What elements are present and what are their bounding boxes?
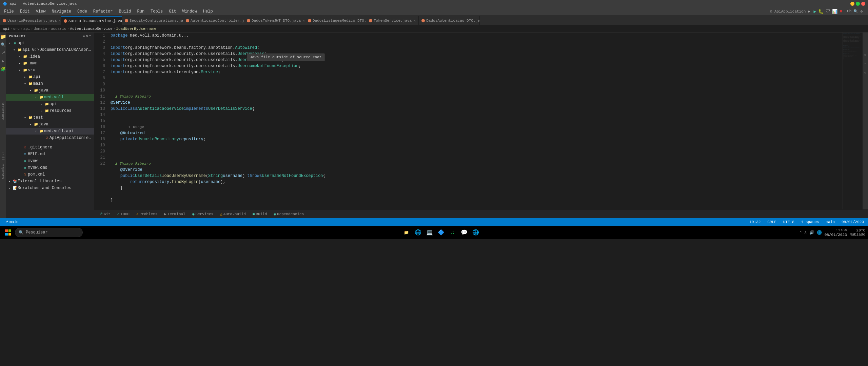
menu-window[interactable]: Window [180, 8, 200, 15]
bc-domain[interactable]: domain [34, 27, 47, 31]
taskbar-intellij[interactable]: 🔷 [436, 228, 446, 237]
bc-api2[interactable]: api [23, 27, 30, 31]
tab-2[interactable]: SecuityConfigurations.java ✕ [122, 16, 183, 25]
status-encoding[interactable]: UTF-8 [782, 218, 796, 226]
menu-run[interactable]: Run [134, 8, 147, 15]
taskbar-discord[interactable]: 💬 [459, 228, 469, 237]
right-icon-1[interactable]: ⊞ [864, 53, 866, 57]
activity-git[interactable]: ⎇ [0, 50, 6, 56]
menu-edit[interactable]: Edit [17, 8, 33, 15]
status-indent[interactable]: 4 spaces [800, 218, 821, 226]
tree-main[interactable]: ▾ 📁 main [6, 80, 94, 87]
tab-4[interactable]: DadosTokenJWT_DTO.java ✕ [244, 16, 305, 25]
bc-service[interactable]: AutenticacaoService [70, 27, 112, 31]
taskbar-vscode[interactable]: 💻 [425, 228, 434, 237]
profile-icon[interactable]: 📊 [832, 9, 837, 14]
start-button[interactable] [3, 227, 14, 238]
bottom-tab-problems[interactable]: ⚠ Problems [134, 211, 160, 217]
status-language[interactable]: main [825, 218, 836, 226]
activity-project[interactable]: 📁 [0, 34, 6, 39]
tree-test[interactable]: ▾ 📁 test [6, 114, 94, 121]
search-box[interactable]: 🔍 Pesquisar [15, 228, 83, 237]
menu-code[interactable]: Code [75, 8, 90, 15]
tree-java[interactable]: ▾ 📁 java [6, 87, 94, 94]
tab-0[interactable]: UsuarioRepository.java ✕ [0, 16, 61, 25]
tree-idea[interactable]: ▸ 📁 .idea [6, 53, 94, 60]
menu-tools[interactable]: Tools [148, 8, 165, 15]
tab-close-0[interactable]: ✕ [59, 19, 61, 23]
activity-run[interactable]: ▶ [0, 58, 6, 64]
taskbar-explorer[interactable]: 📁 [402, 228, 411, 237]
tree-api-project[interactable]: ▾ 📁 api G:\Documentos\ALURA\spring\api [6, 46, 94, 53]
tree-medvoll[interactable]: ▾ 📁 med.voll [6, 94, 94, 101]
status-branch[interactable]: ⎇ main [3, 218, 20, 226]
sidebar-icon1[interactable]: ≡ [83, 34, 85, 38]
tab-3[interactable]: AutenticacaoController.java ✕ [183, 16, 244, 25]
bc-method[interactable]: loadUserByUsername [116, 27, 156, 31]
bottom-tab-build[interactable]: ◼ Build [250, 211, 270, 217]
tree-resources[interactable]: ▸ 📁 resources [6, 107, 94, 114]
tab-7[interactable]: DadosAutenticacao_DTO.java ✕ [419, 16, 480, 25]
menu-view[interactable]: View [33, 8, 48, 15]
minimize-button[interactable] [850, 2, 854, 6]
taskbar-chrome[interactable]: 🌐 [471, 228, 480, 237]
search-icon-right[interactable]: 🔍 [853, 9, 858, 14]
tree-mvnw[interactable]: ◉ mvnw [6, 158, 94, 164]
close-button[interactable] [861, 2, 865, 6]
stop-icon[interactable]: ■ [840, 9, 842, 14]
tree-src-api[interactable]: ▸ 📁 api [6, 74, 94, 80]
activity-extensions[interactable]: 🧩 [0, 66, 6, 72]
tree-scratches[interactable]: ▸ 📝 Scratches and Consoles [6, 185, 94, 191]
tree-gitignore[interactable]: ⊙ .gitignore [6, 144, 94, 151]
right-icon-2[interactable]: ≡ [864, 62, 866, 65]
tree-medvoll-api-test[interactable]: ▾ 📁 med.voll.api [6, 128, 94, 135]
tree-src[interactable]: ▾ 📁 src [6, 67, 94, 74]
bottom-tab-services[interactable]: ◉ Services [190, 211, 216, 217]
status-time[interactable]: 19:32 [748, 218, 762, 226]
run-config[interactable]: ⚙ ApiApplication ▶ [770, 9, 813, 14]
tree-test-java[interactable]: ▾ 📁 java [6, 121, 94, 128]
coverage-icon[interactable]: 🛡 [826, 9, 830, 14]
tab-close-4[interactable]: ✕ [303, 19, 305, 23]
menu-build[interactable]: Build [116, 8, 134, 15]
bc-usuario[interactable]: usuario [51, 27, 66, 31]
bottom-tab-terminal[interactable]: ▶ Terminal [161, 211, 188, 217]
code-area[interactable]: package med.voll.api.domain.u... import … [108, 33, 842, 209]
tree-helpmd[interactable]: M HELP.md [6, 151, 94, 158]
maximize-button[interactable] [856, 2, 860, 6]
bottom-tab-todo[interactable]: ✓ TODO [115, 211, 132, 217]
debug-icon[interactable]: 🐛 [818, 9, 824, 14]
bottom-tab-autobuild[interactable]: △ Auto-build [217, 211, 249, 217]
menu-navigate[interactable]: Navigate [49, 8, 74, 15]
clock[interactable]: 11:34 08/01/2023 [825, 228, 847, 238]
tree-root-api[interactable]: ▾ ◉ api [6, 40, 94, 46]
tree-medvoll-api[interactable]: ▸ 📁 api [6, 101, 94, 107]
tree-api-tests[interactable]: J ApiApplicationTests [6, 135, 94, 141]
bottom-tab-deps[interactable]: ◉ Dependencies [271, 211, 307, 217]
activity-search[interactable]: 🔍 [0, 42, 6, 47]
taskbar-spotify[interactable]: ♫ [448, 228, 457, 237]
bc-src[interactable]: src [13, 27, 20, 31]
menu-help[interactable]: Help [200, 8, 216, 15]
tab-5[interactable]: DadosListagemMedico_DTO.java ✕ [305, 16, 366, 25]
ln-2: 2 [94, 39, 105, 45]
tree-mvn[interactable]: ▸ 📁 .mvn [6, 60, 94, 67]
tab-close-6[interactable]: ✕ [414, 19, 416, 23]
sidebar-icon2[interactable]: ⚙ [86, 34, 88, 38]
menu-refactor[interactable]: Refactor [91, 8, 116, 15]
sidebar-icon3[interactable]: − [89, 34, 91, 38]
tab-1[interactable]: AutenticacaoService.java ✕ [61, 16, 122, 25]
status-line-ending[interactable]: CRLF [766, 218, 777, 226]
tree-mvnwcmd[interactable]: ◉ mvnw.cmd [6, 164, 94, 171]
tree-pomxml[interactable]: 𝕏 pom.xml [6, 171, 94, 178]
tab-6[interactable]: TokenService.java ✕ [366, 16, 419, 25]
menu-git[interactable]: Git [166, 8, 179, 15]
menu-file[interactable]: File [1, 8, 17, 15]
bc-api[interactable]: api [3, 27, 9, 31]
right-icon-3[interactable]: ⚙ [864, 71, 866, 75]
bottom-tab-git[interactable]: ⎇ Git [96, 211, 113, 217]
tree-external-libs[interactable]: ▸ 📚 External Libraries [6, 178, 94, 185]
run-icon[interactable]: ▶ [814, 9, 816, 14]
settings-icon[interactable]: ⚙ [860, 9, 863, 14]
taskbar-edge[interactable]: 🌐 [413, 228, 423, 237]
